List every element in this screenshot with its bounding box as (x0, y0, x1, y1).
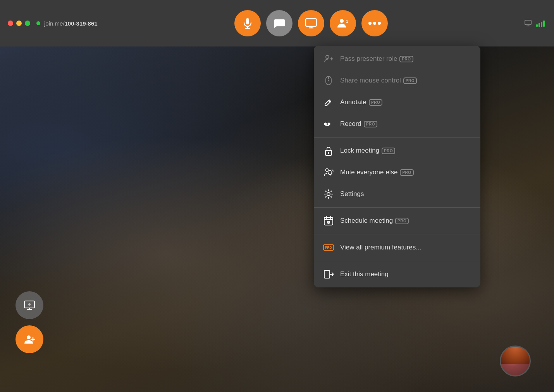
share-mouse-item[interactable]: Share mouse control PRO (314, 70, 480, 91)
screen-small-icon (24, 300, 35, 310)
lock-icon (323, 145, 334, 156)
svg-point-18 (27, 335, 31, 339)
lock-meeting-item[interactable]: Lock meeting PRO (314, 140, 480, 162)
pass-presenter-item[interactable]: Pass presenter role PRO (314, 48, 480, 70)
svg-point-8 (368, 22, 372, 25)
svg-point-6 (340, 19, 344, 23)
svg-rect-48 (324, 270, 330, 278)
share-mouse-label: Share mouse control (340, 77, 401, 84)
settings-item[interactable]: Settings (314, 183, 480, 205)
participants-button[interactable]: 1 (330, 10, 356, 36)
more-icon (368, 21, 381, 25)
menu-section-exit: Exit this meeting (314, 261, 480, 287)
menu-section-premium: PRO View all premium features... (314, 234, 480, 261)
maximize-button[interactable] (25, 21, 30, 26)
pro-badge: PRO (369, 99, 382, 106)
annotate-icon (323, 97, 334, 108)
svg-point-10 (378, 22, 381, 25)
pro-badge: PRO (399, 56, 413, 62)
settings-label: Settings (340, 190, 364, 198)
pro-badge: PRO (395, 218, 409, 224)
screen-icon (305, 18, 317, 29)
window-controls (0, 21, 30, 26)
svg-point-17 (28, 303, 31, 306)
record-label: Record (340, 120, 361, 128)
monitor-icon (525, 20, 533, 27)
user-avatar (500, 346, 531, 377)
mouse-icon (323, 75, 334, 86)
add-person-button[interactable] (15, 325, 43, 353)
mic-icon (242, 17, 253, 29)
pro-badge: PRO (400, 169, 413, 176)
svg-rect-0 (246, 18, 249, 24)
add-person-icon (24, 334, 35, 345)
schedule-meeting-item[interactable]: Schedule meeting PRO (314, 210, 480, 232)
annotate-label: Annotate (340, 98, 366, 106)
svg-text:1: 1 (346, 19, 348, 24)
mute-icon (323, 167, 334, 178)
pro-badge: PRO (364, 121, 377, 127)
record-icon (323, 119, 334, 129)
pass-presenter-icon (323, 53, 334, 64)
screen-share-small-button[interactable] (15, 291, 43, 319)
pro-badge: PRO (403, 77, 417, 84)
svg-rect-35 (329, 170, 331, 175)
exit-meeting-item[interactable]: Exit this meeting (314, 263, 480, 285)
mute-everyone-item[interactable]: Mute everyone else PRO (314, 162, 480, 183)
status-area (525, 20, 554, 27)
pro-icon: PRO (323, 242, 334, 253)
mute-everyone-label: Mute everyone else (340, 168, 397, 176)
svg-point-9 (373, 22, 376, 25)
toolbar: 1 (98, 10, 525, 36)
exit-meeting-label: Exit this meeting (340, 270, 389, 278)
signal-bars (536, 20, 545, 27)
chat-button[interactable] (266, 10, 292, 36)
chat-icon (274, 17, 285, 29)
menu-section-presenter: Pass presenter role PRO Share mouse cont… (314, 46, 480, 137)
menu-section-admin: Lock meeting PRO Mute everyone else PRO (314, 138, 480, 207)
connection-indicator (36, 21, 40, 25)
url-display: join.me/100-319-861 (30, 20, 98, 27)
close-button[interactable] (8, 21, 13, 26)
record-item[interactable]: Record PRO (314, 113, 480, 135)
svg-point-38 (327, 193, 330, 196)
view-premium-item[interactable]: PRO View all premium features... (314, 237, 480, 258)
dropdown-menu: Pass presenter role PRO Share mouse cont… (314, 46, 480, 287)
annotate-item[interactable]: Annotate PRO (314, 91, 480, 113)
pro-badge: PRO (382, 148, 395, 154)
more-options-button[interactable] (361, 10, 388, 36)
settings-icon (323, 189, 334, 199)
url-base: join.me/100-319-861 (44, 20, 98, 27)
bottom-left-controls (15, 291, 43, 353)
svg-text:PRO: PRO (325, 246, 332, 249)
pass-presenter-label: Pass presenter role (340, 55, 397, 63)
schedule-meeting-label: Schedule meeting (340, 217, 393, 225)
lock-meeting-label: Lock meeting (340, 147, 379, 155)
participants-icon: 1 (337, 17, 349, 29)
svg-point-25 (328, 80, 329, 81)
svg-rect-3 (306, 19, 317, 26)
minimize-button[interactable] (16, 21, 22, 26)
schedule-icon (323, 215, 334, 226)
svg-point-21 (326, 55, 329, 58)
microphone-button[interactable] (234, 10, 261, 36)
svg-line-37 (332, 170, 334, 171)
menu-section-schedule: Schedule meeting PRO (314, 208, 480, 234)
exit-icon (323, 269, 334, 280)
svg-point-34 (326, 169, 329, 172)
avatar-hair (501, 347, 530, 364)
title-bar: join.me/100-319-861 (0, 0, 554, 46)
svg-rect-11 (525, 20, 531, 25)
screen-share-button[interactable] (298, 10, 324, 36)
view-premium-label: View all premium features... (340, 244, 421, 251)
